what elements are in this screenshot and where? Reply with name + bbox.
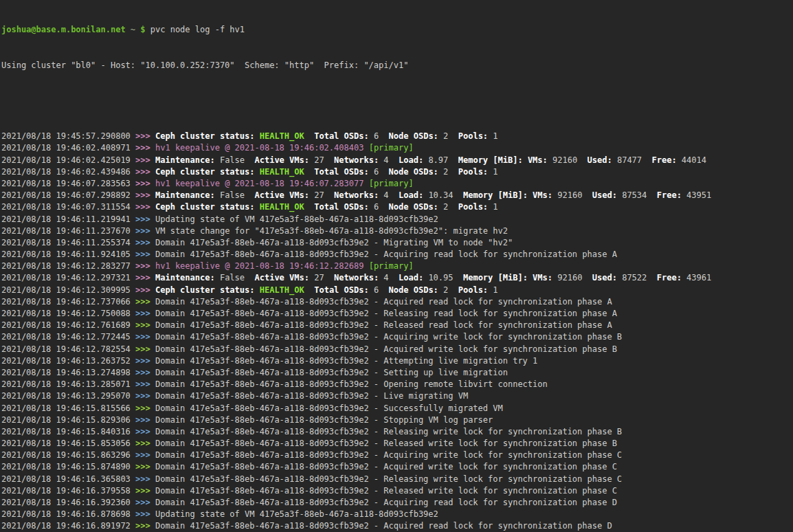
log-timestamp: 2021/08/18 19:46:02.408971 [1, 143, 135, 153]
log-segment: Domain 417e5a3f-88eb-467a-a118-8d093cfb3… [155, 427, 622, 436]
log-level-marker: >>> [135, 379, 155, 389]
log-segment: Active VMs: [254, 190, 309, 200]
log-segment: Total OSDs: [314, 167, 368, 177]
log-level-marker: >>> [135, 320, 155, 330]
log-segment: Memory [MiB]: [463, 190, 528, 200]
log-segment: Free: [657, 190, 682, 200]
log-timestamp: 2021/08/18 19:46:11.255374 [1, 238, 135, 247]
log-line: 2021/08/18 19:46:11.219941 >>> Updating … [1, 214, 793, 225]
log-segment: 2 [438, 202, 458, 212]
log-segment: hv1 keepalive @ 2021-08-18 19:46:02.4084… [155, 143, 364, 153]
log-line: 2021/08/18 19:46:12.737066 >>> Domain 41… [1, 296, 793, 308]
log-segment: Domain 417e5a3f-88eb-467a-a118-8d093cfb3… [155, 297, 612, 307]
log-level-marker: >>> [135, 261, 155, 271]
log-line: 2021/08/18 19:46:07.311554 >>> Ceph clus… [1, 201, 793, 213]
log-segment: 6 [369, 202, 389, 212]
log-level-marker: >>> [135, 332, 155, 342]
log-segment: 1 [488, 167, 498, 177]
log-line: 2021/08/18 19:46:07.298892 >>> Maintenan… [1, 190, 793, 201]
prompt-user-host: joshua@base.m.bonilan.net [1, 25, 126, 34]
log-segment: Networks: [334, 273, 379, 282]
log-line: 2021/08/18 19:46:15.853056 >>> Domain 41… [1, 438, 793, 450]
log-timestamp: 2021/08/18 19:46:16.379558 [1, 486, 135, 496]
log-timestamp: 2021/08/18 19:46:16.365803 [1, 474, 135, 484]
log-segment: Domain 417e5a3f-88eb-467a-a118-8d093cfb3… [155, 344, 617, 354]
log-timestamp: 2021/08/18 19:46:12.782554 [1, 344, 135, 354]
log-segment: [primary] [369, 179, 414, 188]
log-line: 2021/08/18 19:46:16.878698 >>> Updating … [1, 509, 793, 520]
log-segment: Domain 417e5a3f-88eb-467a-a118-8d093cfb3… [155, 439, 617, 448]
log-segment: 1 [488, 202, 498, 212]
log-segment: Node OSDs: [389, 202, 438, 212]
log-segment: Pools: [458, 167, 488, 177]
log-segment: Pools: [458, 285, 488, 295]
log-segment: Memory [MiB]: [463, 273, 528, 282]
log-segment: Domain 417e5a3f-88eb-467a-a118-8d093cfb3… [155, 391, 468, 401]
log-segment: 1 [488, 131, 498, 141]
log-level-marker: >>> [135, 344, 155, 354]
log-segment [304, 167, 314, 177]
log-segment: Domain 417e5a3f-88eb-467a-a118-8d093cfb3… [155, 521, 612, 531]
log-segment: Domain 417e5a3f-88eb-467a-a118-8d093cfb3… [155, 320, 612, 330]
log-line: 2021/08/18 19:46:12.297321 >>> Maintenan… [1, 272, 793, 284]
log-segment: Load: [399, 155, 423, 165]
log-line: 2021/08/18 19:46:02.408971 >>> hv1 keepa… [1, 142, 793, 154]
log-level-marker: >>> [135, 285, 155, 295]
log-segment: 4 [379, 155, 399, 165]
log-timestamp: 2021/08/18 19:46:12.772445 [1, 332, 135, 342]
log-segment: 10.95 [423, 273, 463, 282]
log-segment: Load: [399, 273, 423, 282]
log-timestamp: 2021/08/18 19:46:16.878698 [1, 509, 135, 519]
log-segment: 2 [438, 167, 458, 177]
log-level-marker: >>> [135, 391, 155, 401]
log-segment [254, 202, 259, 212]
log-segment: Memory [MiB]: [458, 155, 523, 165]
log-level-marker: >>> [135, 167, 155, 177]
log-line: 2021/08/18 19:46:11.237670 >>> VM state … [1, 225, 793, 237]
log-level-marker: >>> [135, 462, 155, 472]
log-segment: HEALTH_OK [260, 202, 304, 212]
log-line: 2021/08/18 19:46:13.285071 >>> Domain 41… [1, 379, 793, 390]
log-line: 2021/08/18 19:46:12.761689 >>> Domain 41… [1, 320, 793, 331]
log-segment: 2 [438, 285, 458, 295]
log-segment: Maintenance: [155, 273, 215, 282]
log-segment: 10.34 [423, 190, 463, 200]
log-timestamp: 2021/08/18 19:46:11.237670 [1, 226, 135, 236]
log-segment: Networks: [334, 190, 379, 200]
log-level-marker: >>> [135, 486, 155, 496]
log-segment: 44014 [677, 155, 706, 165]
log-segment: Domain 417e5a3f-88eb-467a-a118-8d093cfb3… [155, 250, 617, 259]
log-level-marker: >>> [135, 297, 155, 307]
log-line: 2021/08/18 19:46:16.392360 >>> Domain 41… [1, 497, 793, 509]
log-segment: Domain 417e5a3f-88eb-467a-a118-8d093cfb3… [155, 450, 622, 460]
log-timestamp: 2021/08/18 19:46:15.829306 [1, 415, 135, 425]
log-level-marker: >>> [135, 179, 155, 188]
log-timestamp: 2021/08/18 19:46:12.297321 [1, 273, 135, 282]
log-segment: 8.97 [423, 155, 458, 165]
log-segment: 92160 [552, 190, 592, 200]
log-segment: Maintenance: [155, 155, 215, 165]
log-level-marker: >>> [135, 190, 155, 200]
log-segment: Total OSDs: [314, 285, 368, 295]
log-line: 2021/08/18 19:46:13.274898 >>> Domain 41… [1, 367, 793, 379]
log-segment [364, 179, 368, 188]
log-segment [254, 167, 259, 177]
log-segment: 87534 [617, 190, 657, 200]
log-segment: Active VMs: [254, 155, 309, 165]
log-line: 2021/08/18 19:46:15.829306 >>> Domain 41… [1, 414, 793, 426]
log-segment: Used: [592, 273, 617, 282]
log-segment: Updating state of VM 417e5a3f-88eb-467a-… [155, 509, 438, 519]
terminal-screen[interactable]: joshua@base.m.bonilan.net ~ $ pvc node l… [0, 0, 793, 532]
log-timestamp: 2021/08/18 19:46:15.840316 [1, 427, 135, 436]
log-level-marker: >>> [135, 226, 155, 236]
log-timestamp: 2021/08/18 19:46:12.309995 [1, 285, 135, 295]
log-segment: Updating state of VM 417e5a3f-88eb-467a-… [155, 214, 438, 224]
log-timestamp: 2021/08/18 19:46:16.392360 [1, 498, 135, 507]
log-segment: 6 [369, 285, 389, 295]
log-segment [254, 285, 259, 295]
log-level-marker: >>> [135, 273, 155, 282]
log-segment: VMs: [533, 273, 552, 282]
prompt-cwd: ~ [126, 25, 141, 34]
log-segment: 92160 [552, 273, 592, 282]
log-level-marker: >>> [135, 439, 155, 448]
